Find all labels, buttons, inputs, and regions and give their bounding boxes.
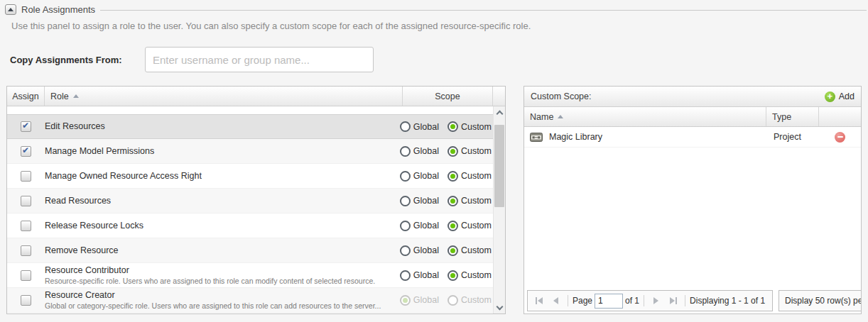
role-row-manage-owned-resource-access-right[interactable]: Manage Owned Resource Access Right Globa… bbox=[7, 164, 493, 189]
role-name: Read Resources bbox=[45, 196, 398, 206]
triangle-left-icon bbox=[553, 297, 558, 304]
add-button-label: Add bbox=[839, 91, 855, 101]
scrollbar-thumb[interactable] bbox=[494, 125, 504, 207]
column-header-scope[interactable]: Scope bbox=[403, 87, 493, 106]
toolbar-separator bbox=[644, 295, 644, 306]
page-of-label: of 1 bbox=[625, 296, 639, 306]
custom-radio-label: Custom bbox=[461, 196, 492, 206]
copy-assignments-label: Copy Assignments From: bbox=[10, 55, 122, 65]
assign-checkbox[interactable] bbox=[21, 171, 31, 182]
global-radio-label: Global bbox=[413, 295, 439, 305]
global-radio bbox=[400, 295, 411, 306]
sort-asc-icon bbox=[558, 115, 563, 118]
global-radio-label: Global bbox=[413, 270, 439, 280]
page-size-control[interactable]: Display 50 row(s) per bbox=[779, 290, 862, 311]
triangle-left-icon bbox=[538, 297, 543, 304]
custom-radio[interactable] bbox=[447, 146, 458, 157]
add-scope-button[interactable]: + Add bbox=[825, 91, 855, 102]
role-row-remove-resource[interactable]: Remove Resource GlobalCustom bbox=[7, 238, 493, 263]
roles-grid-header: Assign Role Scope bbox=[7, 87, 505, 106]
global-radio[interactable] bbox=[400, 245, 411, 256]
collapse-panel-button[interactable] bbox=[5, 4, 16, 15]
last-page-button[interactable] bbox=[666, 294, 680, 309]
global-radio[interactable] bbox=[400, 221, 411, 231]
copy-assignments-input[interactable] bbox=[145, 47, 374, 72]
custom-radio[interactable] bbox=[447, 121, 458, 132]
role-name: Edit Resources bbox=[45, 121, 398, 132]
role-row-edit-resources[interactable]: Edit Resources GlobalCustom bbox=[7, 114, 493, 139]
scroll-down-button[interactable] bbox=[494, 301, 505, 313]
custom-radio[interactable] bbox=[447, 221, 458, 231]
assign-checkbox[interactable] bbox=[21, 121, 31, 132]
custom-radio[interactable] bbox=[447, 270, 458, 281]
scrollbar-header-stub bbox=[493, 87, 505, 106]
column-header-name[interactable]: Name bbox=[524, 107, 766, 126]
displaying-status: Displaying 1 - 1 of 1 bbox=[690, 296, 765, 306]
custom-radio-label: Custom bbox=[461, 295, 492, 305]
last-page-icon bbox=[676, 297, 677, 304]
scope-name: Magic Library bbox=[549, 132, 602, 142]
sort-asc-icon bbox=[73, 94, 79, 98]
global-radio[interactable] bbox=[400, 270, 411, 281]
assign-checkbox[interactable] bbox=[21, 245, 31, 256]
global-radio-label: Global bbox=[413, 221, 439, 231]
role-row-manage-model-permissions[interactable]: Manage Model Permissions GlobalCustom bbox=[7, 139, 493, 164]
role-name: Manage Owned Resource Access Right bbox=[45, 171, 398, 182]
page-number-input[interactable] bbox=[595, 294, 623, 309]
global-radio[interactable] bbox=[400, 196, 411, 206]
triangle-right-icon bbox=[653, 297, 658, 304]
assign-checkbox[interactable] bbox=[21, 295, 31, 306]
custom-radio bbox=[447, 295, 458, 306]
assign-checkbox[interactable] bbox=[21, 221, 31, 231]
custom-scope-grid-header: Name Type bbox=[524, 107, 861, 127]
vertical-scrollbar[interactable] bbox=[493, 106, 505, 313]
type-column-label: Type bbox=[772, 112, 791, 122]
column-header-role[interactable]: Role bbox=[45, 87, 403, 106]
previous-page-button[interactable] bbox=[548, 294, 563, 309]
page-label: Page bbox=[573, 296, 592, 306]
assign-checkbox[interactable] bbox=[21, 146, 31, 157]
role-row-read-resources[interactable]: Read Resources GlobalCustom bbox=[7, 189, 493, 213]
triangle-right-icon bbox=[670, 297, 675, 304]
triangle-up-icon bbox=[8, 8, 13, 11]
custom-radio-label: Custom bbox=[461, 146, 492, 156]
role-row-resource-creator[interactable]: Resource Creator Global or category-spec… bbox=[7, 288, 493, 313]
next-page-button[interactable] bbox=[649, 294, 663, 309]
column-header-assign[interactable]: Assign bbox=[7, 87, 45, 106]
column-header-type[interactable]: Type bbox=[766, 107, 819, 126]
global-radio[interactable] bbox=[400, 146, 411, 157]
scope-row-magic-library[interactable]: Magic Library Project bbox=[524, 127, 861, 148]
role-assignments-header: Role Assignments bbox=[5, 4, 867, 15]
custom-radio[interactable] bbox=[447, 171, 458, 182]
role-row-resource-contributor[interactable]: Resource Contributor Resource-specific r… bbox=[7, 263, 493, 288]
scroll-up-button[interactable] bbox=[494, 106, 505, 118]
global-radio[interactable] bbox=[400, 121, 411, 132]
global-radio-label: Global bbox=[413, 146, 439, 156]
remove-scope-icon[interactable] bbox=[835, 132, 845, 143]
role-description: Global or category-specific role. Users … bbox=[45, 301, 398, 311]
page-size-label: Display 50 row(s) per bbox=[785, 296, 862, 306]
assign-checkbox[interactable] bbox=[21, 196, 31, 206]
role-name: Resource Creator bbox=[45, 290, 398, 301]
column-header-actions bbox=[819, 107, 861, 126]
custom-scope-titlebar: Custom Scope: + Add bbox=[524, 87, 861, 107]
custom-scope-title: Custom Scope: bbox=[531, 91, 591, 101]
role-name: Resource Contributor bbox=[45, 265, 398, 276]
custom-radio[interactable] bbox=[447, 245, 458, 256]
assign-column-label: Assign bbox=[12, 91, 39, 101]
custom-radio[interactable] bbox=[447, 196, 458, 206]
global-radio[interactable] bbox=[400, 171, 411, 182]
toolbar-separator bbox=[685, 295, 685, 306]
panel-title: Role Assignments bbox=[21, 4, 95, 15]
project-icon bbox=[530, 132, 543, 143]
chevron-down-icon bbox=[496, 303, 503, 310]
name-column-label: Name bbox=[530, 112, 553, 122]
paging-toolbar: Page of 1 Displaying 1 - 1 of 1 bbox=[527, 290, 773, 311]
assign-checkbox[interactable] bbox=[21, 270, 31, 281]
global-radio-label: Global bbox=[413, 196, 439, 206]
global-radio-label: Global bbox=[413, 122, 439, 132]
first-page-button[interactable] bbox=[531, 294, 546, 309]
role-row-release-resource-locks[interactable]: Release Resource Locks GlobalCustom bbox=[7, 213, 493, 238]
panel-description: Use this panel to assign a role to the u… bbox=[11, 21, 531, 31]
custom-radio-label: Custom bbox=[461, 270, 492, 280]
